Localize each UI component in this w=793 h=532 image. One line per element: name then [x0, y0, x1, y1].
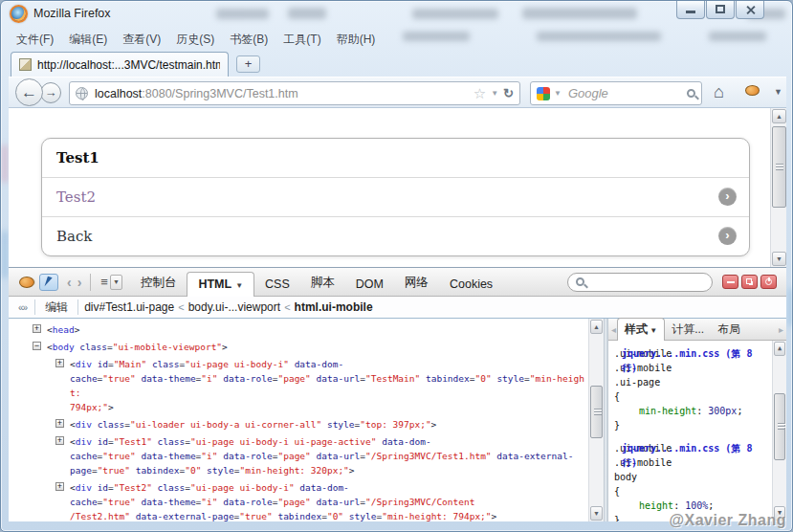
- menu-item-5[interactable]: 工具(T): [283, 32, 320, 48]
- tree-scrollbar[interactable]: ▲ ▼: [588, 319, 604, 521]
- firebug-search-box[interactable]: [567, 273, 713, 292]
- forward-button[interactable]: →: [40, 82, 61, 103]
- search-engine-caret-icon[interactable]: ▼: [554, 89, 562, 98]
- firebug-tab-3[interactable]: 脚本: [300, 270, 345, 297]
- firebug-menu-icon[interactable]: [19, 277, 34, 288]
- expander-toggle-icon[interactable]: −: [33, 342, 41, 350]
- css-property: height: [639, 500, 673, 511]
- list-item[interactable]: Back›: [42, 216, 749, 255]
- side-panel-tabs: ◂样式 ▼计算...布局▸: [608, 319, 786, 341]
- tree-node[interactable]: +<div id="Test2" class="ui-page ui-body-…: [9, 480, 584, 521]
- tree-node[interactable]: +<div id="Test1" class="ui-page ui-body-…: [9, 434, 584, 477]
- list-item: Test1: [42, 139, 749, 177]
- css-value: 300px: [708, 406, 737, 416]
- scroll-up-arrow[interactable]: ▲: [774, 342, 785, 356]
- back-button[interactable]: ←: [15, 78, 43, 106]
- expander-toggle-icon[interactable]: +: [55, 419, 64, 428]
- firebug-tab-4[interactable]: DOM: [345, 273, 394, 297]
- side-tab-0[interactable]: 样式 ▼: [617, 318, 665, 342]
- expander-toggle-icon[interactable]: +: [55, 436, 64, 445]
- firebug-tab-6[interactable]: Cookies: [439, 273, 503, 297]
- menu-item-6[interactable]: 帮助(H): [337, 32, 376, 48]
- window-title: Mozilla Firefox: [33, 7, 111, 20]
- scrollbar-thumb[interactable]: [772, 126, 786, 208]
- scroll-down-arrow[interactable]: ▼: [772, 252, 786, 266]
- css-file-link[interactable]: jquery....min.css (第 8 行): [622, 441, 773, 470]
- expander-toggle-icon[interactable]: +: [55, 359, 64, 367]
- tree-node[interactable]: +<head>: [9, 322, 584, 337]
- search-bar[interactable]: ▼ Google: [530, 81, 702, 105]
- style-scrollbar[interactable]: ▲ ▼: [772, 341, 786, 521]
- scroll-up-arrow[interactable]: ▲: [772, 109, 786, 123]
- html-tree-panel: +<head>−<body class="ui-mobile-viewport"…: [9, 319, 604, 521]
- scrollbar-thumb[interactable]: [774, 393, 785, 460]
- menu-item-0[interactable]: 文件(F): [16, 32, 54, 48]
- menu-item-1[interactable]: 编辑(E): [69, 32, 107, 48]
- css-file-link[interactable]: jquery....min.css (第 8 行): [622, 346, 773, 375]
- search-magnifier-icon[interactable]: [687, 89, 695, 98]
- scrollbar-thumb[interactable]: [590, 386, 603, 438]
- css-declaration[interactable]: height: 100%;: [614, 499, 769, 513]
- breadcrumb-node-0[interactable]: div#Test1.ui-page: [84, 300, 174, 314]
- home-button[interactable]: ⌂: [714, 82, 724, 102]
- browser-tab[interactable]: http://localhost:...3MVC/testmain.htm: [11, 52, 229, 77]
- firebug-tab-5[interactable]: 网络: [394, 270, 439, 297]
- glass-blur-decoration: [403, 32, 470, 41]
- watermark: @Xavier Zhang: [669, 512, 786, 529]
- side-tab-2[interactable]: 布局: [711, 319, 747, 341]
- tabs-scroll-right-icon[interactable]: ▸: [779, 324, 783, 335]
- minimize-button[interactable]: [676, 1, 705, 19]
- tabs-scroll-left-icon[interactable]: ◂: [611, 324, 616, 335]
- firebug-panel: ‹ › ≡ ▼ 控制台HTML▼CSS脚本DOM网络Cookies «» 编辑 …: [9, 267, 786, 521]
- edit-button[interactable]: 编辑: [37, 298, 76, 318]
- firebug-search-input[interactable]: [590, 277, 695, 288]
- side-tab-1[interactable]: 计算...: [665, 319, 711, 341]
- menu-item-3[interactable]: 历史(S): [176, 32, 214, 48]
- reload-icon[interactable]: ↻: [503, 86, 514, 100]
- toolbar-overflow-caret-icon[interactable]: ▼: [774, 87, 782, 97]
- url-bar[interactable]: localhost:8080/Spring3MVC/Test1.htm ☆ ▼ …: [69, 81, 520, 105]
- page-scrollbar[interactable]: ▲ ▼: [770, 108, 786, 267]
- google-engine-icon[interactable]: [537, 87, 550, 100]
- scroll-up-arrow[interactable]: ▲: [590, 320, 603, 334]
- url-dropdown-caret-icon[interactable]: ▼: [491, 89, 498, 98]
- firebug-tab-0[interactable]: 控制台: [130, 270, 187, 297]
- tree-node[interactable]: −<body class="ui-mobile-viewport">: [9, 340, 584, 354]
- url-host: localhost: [95, 87, 142, 100]
- panel-list-caret-icon[interactable]: ▼: [110, 275, 122, 290]
- tab-favicon: [19, 58, 32, 71]
- css-declaration[interactable]: min-height: 300px;: [614, 404, 769, 418]
- site-identity-globe-icon[interactable]: [76, 87, 88, 100]
- tree-node[interactable]: +<div class="ui-loader ui-body-a ui-corn…: [9, 417, 584, 432]
- firebug-breadcrumb-bar: «» 编辑 div#Test1.ui-page<body.ui-...viewp…: [9, 297, 786, 319]
- close-button[interactable]: [736, 1, 764, 19]
- history-back-icon[interactable]: ‹: [67, 275, 72, 290]
- scroll-down-arrow[interactable]: ▼: [590, 506, 603, 521]
- new-tab-button[interactable]: +: [236, 55, 260, 73]
- chevron-right-icon: ›: [718, 188, 737, 206]
- menu-item-4[interactable]: 书签(B): [230, 32, 268, 48]
- bookmark-star-icon[interactable]: ☆: [474, 86, 486, 100]
- side-panels-toggle-icon[interactable]: «»: [18, 302, 27, 313]
- firebug-tab-1[interactable]: HTML▼: [187, 272, 254, 298]
- history-forward-icon[interactable]: ›: [77, 275, 82, 290]
- firebug-deactivate-button[interactable]: [760, 275, 777, 289]
- firebug-tab-2[interactable]: CSS: [254, 273, 300, 297]
- breadcrumb-node-1[interactable]: body.ui-...viewport: [188, 300, 281, 314]
- tab-caret-icon: ▼: [648, 326, 657, 335]
- menu-item-2[interactable]: 查看(V): [122, 32, 161, 48]
- expander-toggle-icon[interactable]: +: [33, 324, 41, 333]
- firebug-toolbar-button[interactable]: [745, 85, 760, 96]
- firebug-detach-button[interactable]: [741, 275, 758, 289]
- firebug-minimize-button[interactable]: [722, 275, 738, 289]
- list-item[interactable]: Test2›: [42, 177, 749, 216]
- browser-window: Mozilla Firefox 文件(F)编辑(E)查看(V)历史(S)书签(B…: [0, 0, 793, 532]
- list-item-label: Back: [56, 228, 92, 245]
- search-placeholder: Google: [568, 86, 608, 100]
- expander-toggle-icon[interactable]: +: [55, 482, 64, 491]
- breadcrumb-node-2[interactable]: html.ui-mobile: [295, 300, 373, 314]
- inspect-element-button[interactable]: [39, 274, 58, 291]
- tree-node[interactable]: +<div id="Main" class="ui-page ui-body-i…: [9, 357, 584, 414]
- panel-list-icon[interactable]: ≡: [100, 275, 108, 289]
- maximize-button[interactable]: [706, 1, 735, 19]
